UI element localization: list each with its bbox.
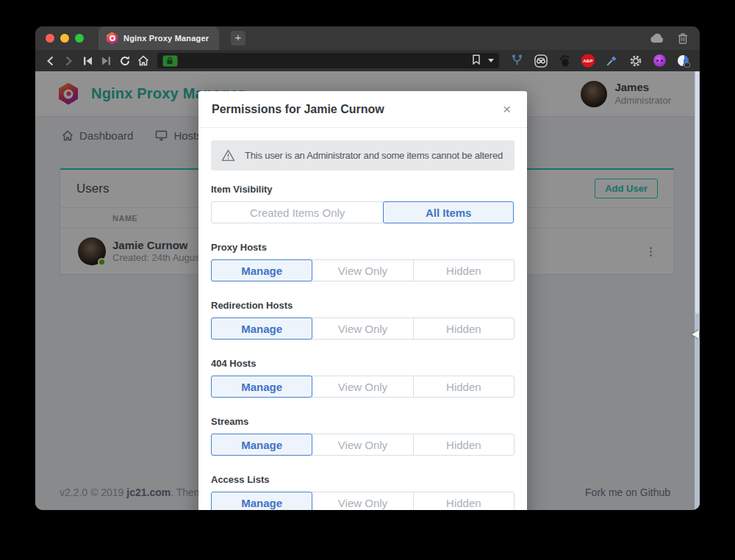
tab-title: Nginx Proxy Manager — [123, 34, 209, 43]
browser-tab[interactable]: Nginx Proxy Manager — [98, 26, 219, 50]
browser-window: Nginx Proxy Manager + — [35, 26, 700, 510]
warning-triangle-icon — [221, 149, 235, 162]
close-icon[interactable]: × — [500, 101, 514, 118]
permission-group: ManageView OnlyHidden — [211, 492, 514, 510]
segment-created-items-only[interactable]: Created Items Only — [211, 201, 384, 223]
bookmark-icon[interactable] — [472, 54, 481, 68]
permission-label: Streams — [211, 416, 514, 427]
segment-hidden[interactable]: Hidden — [413, 259, 514, 281]
scrollbar-thumb[interactable] — [695, 71, 699, 314]
browser-tabbar: Nginx Proxy Manager + — [35, 26, 700, 50]
gear-icon[interactable] — [629, 54, 642, 68]
address-bar[interactable] — [157, 53, 499, 68]
page-scrollbar[interactable] — [695, 71, 700, 510]
segment-hidden[interactable]: Hidden — [413, 317, 514, 340]
segment-manage[interactable]: Manage — [211, 259, 312, 281]
sync-cloud-icon[interactable] — [650, 33, 664, 43]
eyedropper-icon[interactable] — [606, 54, 618, 67]
permission-group: ManageView OnlyHidden — [211, 317, 514, 340]
segment-view-only[interactable]: View Only — [312, 259, 413, 281]
forward-button[interactable] — [60, 52, 78, 70]
segment-hidden[interactable]: Hidden — [413, 376, 514, 398]
goggles-icon[interactable] — [534, 54, 548, 68]
skip-forward-button[interactable] — [97, 52, 115, 70]
screenshot-stage: Nginx Proxy Manager + — [0, 0, 735, 560]
fork-icon[interactable] — [511, 54, 523, 67]
segment-all-items[interactable]: All Items — [383, 201, 514, 223]
trash-icon[interactable] — [678, 32, 688, 44]
blue-lock-icon[interactable] — [677, 54, 689, 67]
item-visibility-label: Item Visibility — [211, 184, 514, 195]
permission-section-404-hosts: 404 HostsManageView OnlyHidden — [211, 358, 514, 398]
gnome-foot-icon[interactable] — [559, 54, 570, 67]
extension-icons: ABP — [505, 54, 694, 68]
admin-alert: This user is an Administrator and some i… — [211, 140, 514, 170]
page-viewport: Nginx Proxy Manager James Administrator … — [35, 71, 700, 510]
admin-alert-text: This user is an Administrator and some i… — [245, 150, 503, 161]
zoom-window-button[interactable] — [75, 34, 84, 43]
segment-manage[interactable]: Manage — [211, 376, 312, 398]
modal-header: Permissions for Jamie Curnow × — [198, 91, 527, 128]
permission-group: ManageView OnlyHidden — [211, 376, 514, 398]
permission-group: ManageView OnlyHidden — [211, 259, 514, 281]
permission-section-streams: StreamsManageView OnlyHidden — [211, 416, 514, 456]
traffic-lights — [35, 34, 91, 43]
home-button[interactable] — [134, 52, 152, 70]
permission-section-access-lists: Access ListsManageView OnlyHidden — [211, 474, 514, 510]
permission-label: Access Lists — [211, 474, 514, 485]
https-lock-icon[interactable] — [162, 55, 178, 67]
bookmark-dropdown-caret-icon[interactable] — [488, 59, 494, 62]
purple-badger-icon[interactable] — [653, 54, 666, 67]
item-visibility-group: Created Items OnlyAll Items — [211, 201, 514, 223]
close-window-button[interactable] — [46, 34, 54, 43]
segment-manage[interactable]: Manage — [211, 317, 312, 340]
npm-favicon-icon — [107, 32, 118, 45]
segment-view-only[interactable]: View Only — [312, 376, 413, 398]
permission-group: ManageView OnlyHidden — [211, 434, 514, 456]
browser-toolbar: ABP — [35, 50, 700, 71]
item-visibility-section: Item Visibility Created Items OnlyAll It… — [211, 184, 514, 223]
back-button[interactable] — [41, 52, 60, 70]
modal-title: Permissions for Jamie Curnow — [212, 103, 384, 116]
segment-hidden[interactable]: Hidden — [413, 434, 514, 456]
segment-view-only[interactable]: View Only — [312, 434, 413, 456]
permission-section-redirection-hosts: Redirection HostsManageView OnlyHidden — [211, 300, 514, 340]
permission-label: Redirection Hosts — [211, 300, 514, 311]
new-tab-button[interactable]: + — [231, 31, 245, 46]
permission-section-proxy-hosts: Proxy HostsManageView OnlyHidden — [211, 242, 514, 281]
segment-hidden[interactable]: Hidden — [413, 492, 514, 510]
segment-manage[interactable]: Manage — [211, 492, 312, 510]
segment-view-only[interactable]: View Only — [312, 317, 413, 340]
abp-icon[interactable]: ABP — [581, 54, 595, 68]
permission-label: Proxy Hosts — [211, 242, 514, 253]
mouse-cursor — [692, 330, 699, 339]
skip-back-button[interactable] — [79, 52, 97, 70]
minimize-window-button[interactable] — [60, 34, 69, 43]
permissions-modal: Permissions for Jamie Curnow × This user… — [198, 91, 527, 510]
reload-button[interactable] — [115, 52, 134, 70]
segment-view-only[interactable]: View Only — [312, 492, 413, 510]
segment-manage[interactable]: Manage — [211, 434, 312, 456]
permission-label: 404 Hosts — [211, 358, 514, 369]
